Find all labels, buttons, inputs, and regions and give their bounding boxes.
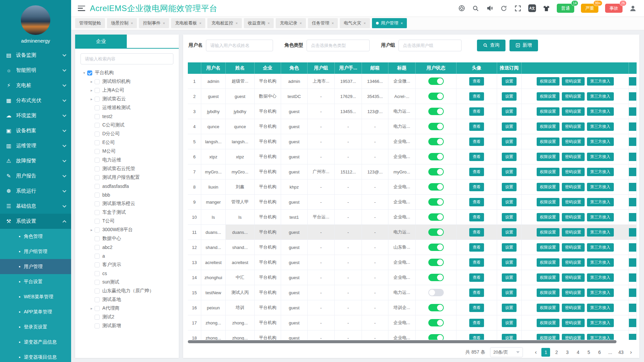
view-avatar-button[interactable]: 查看 [469,334,484,340]
clipped-action-button[interactable] [629,77,637,86]
view-avatar-button[interactable]: 查看 [469,258,484,267]
permission-settings-button[interactable]: 权限设置 [537,228,559,237]
tree-expander-icon[interactable]: ▸ [89,306,95,311]
tree-expander-icon[interactable]: ▸ [89,228,95,232]
tree-checkbox[interactable] [95,140,100,145]
password-settings-button[interactable]: 密码设置 [562,243,585,252]
tree-node[interactable]: abc2 [78,243,179,252]
username-input[interactable] [206,40,273,51]
sidebar-subitem[interactable]: WEB菜单管理 [0,289,71,304]
tree-node[interactable]: 电力运维 [78,156,179,164]
tab-enterprise[interactable]: 企业 [75,35,127,48]
user-status-toggle[interactable] [428,304,444,311]
push-subscribe-button[interactable]: 设置 [502,319,517,327]
tree-checkbox[interactable] [95,280,100,285]
sidebar-subitem[interactable]: 逆变器项目信息 [0,350,71,362]
tree-checkbox[interactable] [87,70,92,75]
user-status-toggle[interactable] [428,228,444,236]
user-status-toggle[interactable] [428,244,444,251]
clipped-action-button[interactable] [629,228,637,237]
tree-checkbox[interactable] [95,289,100,294]
permission-settings-button[interactable]: 权限设置 [537,243,559,252]
close-icon[interactable]: × [268,21,270,25]
permission-settings-button[interactable]: 权限设置 [537,183,559,191]
third-party-access-button[interactable]: 第三方接入 [587,138,614,146]
fullscreen-icon[interactable] [514,5,522,12]
sidebar-item[interactable]: ☸ 系统运行 [0,184,71,199]
third-party-access-button[interactable]: 第三方接入 [587,183,614,191]
tree-checkbox[interactable] [95,184,100,189]
tree-node[interactable]: ▸ 测试萤石云 [78,95,179,103]
user-status-toggle[interactable] [428,198,444,206]
third-party-access-button[interactable]: 第三方接入 [587,213,614,221]
tree-checkbox[interactable] [95,79,100,84]
user-status-toggle[interactable] [428,168,444,175]
tree-checkbox[interactable] [95,245,100,250]
sidebar-item[interactable]: ⚒ 系统设置 [0,214,71,229]
clipped-action-button[interactable] [629,243,637,252]
tree-node[interactable]: ▸ 测试组织机构 [78,77,179,86]
clipped-action-button[interactable] [629,289,637,297]
password-settings-button[interactable]: 密码设置 [562,122,585,131]
user-status-toggle[interactable] [428,93,444,100]
alarm-accident-button[interactable]: 事故 26 [605,4,623,13]
tree-expander-icon[interactable]: ▸ [89,88,95,93]
sidebar-item[interactable]: ☁ 环境监测 [0,108,71,123]
tree-checkbox[interactable] [95,88,100,93]
tree-node[interactable]: 测试新增 [78,321,179,330]
tree-node[interactable]: 数据中心 [78,234,179,243]
tree-node[interactable]: bbb [78,191,179,199]
alarm-severe-button[interactable]: 严重 99+ [581,4,598,13]
push-subscribe-button[interactable]: 设置 [502,213,517,221]
permission-settings-button[interactable]: 权限设置 [537,92,559,101]
view-avatar-button[interactable]: 查看 [469,289,484,297]
permission-settings-button[interactable]: 权限设置 [537,258,559,267]
tree-node[interactable]: test2 [78,112,179,121]
permission-settings-button[interactable]: 权限设置 [537,304,559,312]
tree-checkbox[interactable] [95,97,100,102]
password-settings-button[interactable]: 密码设置 [562,77,585,86]
tree-node[interactable]: 车盒子测试 [78,208,179,217]
user-status-toggle[interactable] [428,274,444,281]
tree-node[interactable]: asdfasfasdfa [78,182,179,191]
permission-settings-button[interactable]: 权限设置 [537,334,559,340]
help-icon[interactable] [458,5,465,12]
tree-node[interactable]: ▸ A代理商 [78,304,179,313]
view-avatar-button[interactable]: 查看 [469,122,484,131]
alarm-normal-button[interactable]: 普通 14 [557,4,574,13]
clipped-action-button[interactable] [629,273,637,282]
clipped-action-button[interactable] [629,334,637,340]
password-settings-button[interactable]: 密码设置 [562,198,585,206]
push-subscribe-button[interactable]: 设置 [502,273,517,282]
tree-checkbox[interactable] [95,236,100,241]
view-avatar-button[interactable]: 查看 [469,198,484,206]
sidebar-subitem[interactable]: 角色管理 [0,229,71,244]
page-tab[interactable]: 电气火灾 × [340,18,370,28]
tree-node[interactable]: 测试2 [78,313,179,321]
third-party-access-button[interactable]: 第三方接入 [587,319,614,327]
user-status-toggle[interactable] [428,108,444,115]
third-party-access-button[interactable]: 第三方接入 [587,289,614,297]
permission-settings-button[interactable]: 权限设置 [537,107,559,116]
password-settings-button[interactable]: 密码设置 [562,334,585,340]
password-settings-button[interactable]: 密码设置 [562,168,585,176]
clipped-action-button[interactable] [629,198,637,206]
view-avatar-button[interactable]: 查看 [469,77,484,86]
tree-node[interactable]: T公司 [78,217,179,225]
push-subscribe-button[interactable]: 设置 [502,304,517,312]
avatar[interactable] [21,5,50,35]
tree-checkbox[interactable] [95,175,100,180]
tree-checkbox[interactable] [95,123,100,128]
sidebar-subitem[interactable]: 登录页设置 [0,319,71,334]
third-party-access-button[interactable]: 第三方接入 [587,122,614,131]
tree-checkbox[interactable] [95,132,100,137]
password-settings-button[interactable]: 密码设置 [562,213,585,221]
tree-checkbox[interactable] [95,323,100,328]
tree-checkbox[interactable] [95,315,100,320]
role-type-input[interactable] [307,40,370,51]
push-subscribe-button[interactable]: 设置 [502,198,517,206]
tree-node[interactable]: 客户演示 [78,260,179,269]
horizontal-scrollbar[interactable] [188,340,616,343]
page-number[interactable]: 43 [616,348,625,357]
push-subscribe-button[interactable]: 设置 [502,228,517,237]
